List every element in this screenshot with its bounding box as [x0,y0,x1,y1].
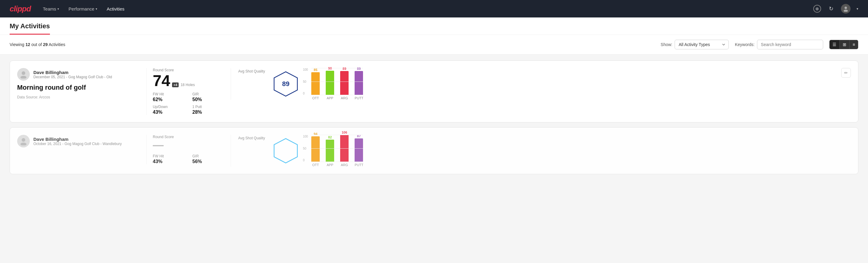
round-score-row: 74 +4 18 Holes [153,73,225,88]
gir-value: 56% [192,159,225,164]
search-input[interactable] [757,40,823,49]
nav-right: ⊕ ↻ ▾ [813,4,858,13]
svg-point-3 [21,76,27,79]
bar-ott: 94 [311,132,320,162]
bar-putt-fill [354,71,363,95]
fw-hit-value: 62% [153,97,185,102]
svg-point-2 [22,71,25,75]
bar-arg-fill [340,71,349,95]
chevron-down-icon: ▾ [857,7,858,11]
y-label-100: 100 [303,68,308,71]
fw-hit-label: FW Hit [153,154,185,158]
show-filter-group: Show: All Activity Types [661,40,729,49]
y-label-0: 0 [303,92,308,95]
avatar[interactable] [841,4,850,13]
keywords-label: Keywords: [735,42,754,47]
bar-putt: 87 [354,134,363,162]
activity-card: Dave Billingham December 05, 2021 - Gog … [10,60,858,122]
nav-performance[interactable]: Performance ▾ [69,5,97,12]
y-label-50: 50 [303,80,308,83]
card-edit: ✏ [841,68,851,78]
show-label: Show: [661,42,673,47]
x-labels: OTT APP ARG PUTT [311,163,363,167]
user-date: December 05, 2021 - Gog Magog Golf Club … [33,75,112,79]
score-holes: 18 Holes [181,83,195,87]
list-detail-view-button[interactable]: ≡ [850,40,858,49]
gir-label: GIR [192,154,225,158]
quality-hex: 89 [272,70,299,97]
page-title: My Activities [10,22,50,35]
nav-activities-label: Activities [107,6,125,11]
fw-hit-value: 43% [153,159,185,164]
view-toggles: ☰ ⊞ ≡ [829,40,858,49]
nav-activities[interactable]: Activities [107,5,125,12]
filter-bar: Viewing 12 out of 29 Activities Show: Al… [0,35,868,55]
x-labels: OTT APP ARG PUTT [311,96,363,100]
bar-app: 90 [326,66,334,95]
avatar [17,68,30,81]
user-name: Dave Billingham [33,137,122,142]
nav-teams-label: Teams [43,6,56,11]
bar-putt: 89 [354,67,363,95]
quality-hex [272,137,299,164]
bar-app-fill [326,71,334,95]
chevron-down-icon: ▾ [57,7,59,10]
add-icon[interactable]: ⊕ [813,5,821,12]
activity-type-select[interactable]: All Activity Types [675,40,729,49]
user-row: Dave Billingham December 05, 2021 - Gog … [17,68,144,81]
score-value: 74 [153,73,170,88]
user-name: Dave Billingham [33,70,112,75]
bar-ott: 85 [311,68,320,95]
keywords-filter-group: Keywords: [735,40,823,49]
card-stats: Round Score 74 +4 18 Holes FW Hit 62% GI… [147,68,231,115]
updown-label: Up/Down [153,105,185,109]
gir-label: GIR [192,92,225,96]
navigation: clippd Teams ▾ Performance ▾ Activities … [0,0,868,18]
one-putt-label: 1 Putt [192,105,225,109]
svg-point-6 [21,143,27,145]
sub-stats: FW Hit 43% GIR 56% [153,154,225,164]
svg-marker-7 [274,139,297,163]
card-quality: Avg Shot Quality 100 50 0 [231,135,411,167]
card-left: Dave Billingham December 05, 2021 - Gog … [17,68,144,99]
svg-point-0 [844,7,847,9]
logo: clippd [10,4,31,13]
bar-ott-fill [311,72,320,95]
bar-app: 82 [326,136,334,162]
round-score-label: Round Score [153,135,225,139]
activities-content: Dave Billingham December 05, 2021 - Gog … [0,55,868,185]
nav-performance-label: Performance [69,6,94,11]
score-partial: — [153,140,164,150]
refresh-icon[interactable]: ↻ [827,5,835,12]
viewing-text: Viewing 12 out of 29 Activities [10,42,655,47]
updown-value: 43% [153,110,185,115]
grid-view-button[interactable]: ⊞ [840,40,850,49]
avatar [17,135,30,147]
nav-teams[interactable]: Teams ▾ [43,5,59,12]
activity-title: Morning round of golf [17,84,144,91]
chevron-down-icon: ▾ [96,7,97,10]
sub-stats: FW Hit 62% GIR 50% Up/Down 43% 1 Putt 28… [153,92,225,115]
svg-point-5 [22,138,25,142]
avg-shot-quality-label: Avg Shot Quality [238,68,265,74]
svg-point-1 [844,10,848,12]
bar-arg: 89 [340,67,349,95]
round-score-label: Round Score [153,68,225,72]
edit-button[interactable]: ✏ [841,68,851,78]
page-header: My Activities [0,18,868,35]
activity-card: Dave Billingham October 16, 2021 - Gog M… [10,127,858,174]
card-stats: Round Score — FW Hit 43% GIR 56% [147,135,231,164]
list-compact-view-button[interactable]: ☰ [830,40,840,49]
user-row: Dave Billingham October 16, 2021 - Gog M… [17,135,144,147]
round-score-row: — [153,140,225,150]
avg-shot-quality-label: Avg Shot Quality [238,135,265,140]
fw-hit-label: FW Hit [153,92,185,96]
score-diff: +4 [172,83,179,87]
gir-value: 50% [192,97,225,102]
data-source: Data Source: Arccos [17,95,144,99]
user-date: October 16, 2021 - Gog Magog Golf Club -… [33,142,122,146]
viewing-total: 29 [43,42,48,47]
quality-chart: 100 50 0 94 [311,135,363,167]
bar-arg: 106 [340,130,349,162]
card-left: Dave Billingham October 16, 2021 - Gog M… [17,135,144,150]
